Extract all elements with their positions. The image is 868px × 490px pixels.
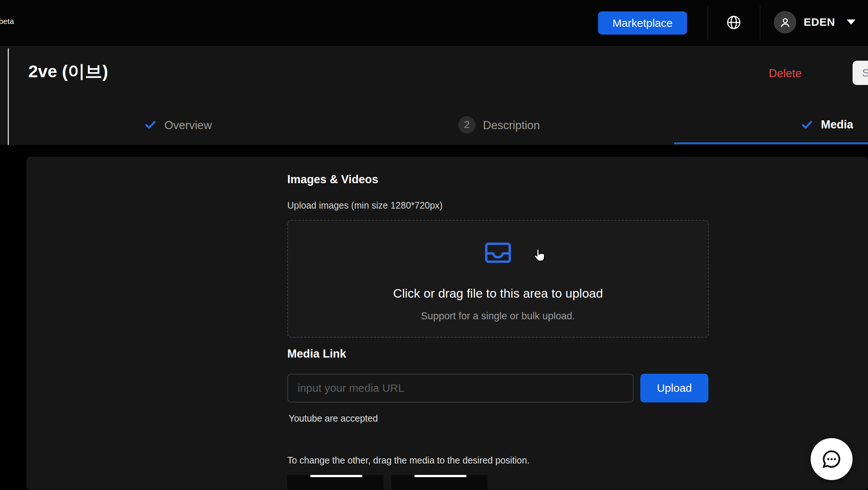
topbar-divider [760,6,760,40]
reorder-note: To change the other, drag the media to t… [287,455,530,466]
step-number-badge: 2 [458,116,476,134]
content-area: Images & Videos Upload images (min size … [0,145,868,490]
check-icon [800,118,814,131]
tab-description[interactable]: Description [483,119,540,132]
thumbnail-bar [310,475,362,477]
media-url-input[interactable] [287,374,634,402]
top-navigation-bar: beta Marketplace EDEN [0,0,868,46]
media-thumbnail[interactable] [287,475,384,490]
active-tab-underline [674,142,868,144]
page: beta Marketplace EDEN 2ve (이브) Delete S [0,0,868,490]
page-title: 2ve (이브) [28,60,108,83]
tab-media[interactable]: Media [821,118,853,131]
chat-widget-button[interactable] [811,438,853,480]
media-link-heading: Media Link [287,347,346,361]
inbox-icon [481,236,515,269]
marketplace-button[interactable]: Marketplace [598,11,687,35]
media-thumbnail[interactable] [391,475,488,490]
upload-size-hint: Upload images (min size 1280*720px) [287,200,442,211]
user-avatar[interactable] [774,11,796,33]
language-globe-icon[interactable] [726,14,742,31]
dropzone-title: Click or drag file to this area to uploa… [288,286,708,301]
images-videos-heading: Images & Videos [287,173,378,186]
youtube-note: Youtube are accepted [289,413,378,424]
chat-icon [821,448,843,470]
logo-beta-text: beta [0,17,14,26]
topbar-divider [708,6,708,40]
caret-down-icon[interactable] [847,19,855,25]
check-icon [144,118,157,131]
user-name: EDEN [804,16,835,28]
file-dropzone[interactable]: Click or drag file to this area to uploa… [287,220,709,338]
dropzone-subtitle: Support for a single or bulk upload. [288,310,708,322]
tab-overview[interactable]: Overview [164,119,212,132]
delete-button[interactable]: Delete [769,67,802,80]
upload-button[interactable]: Upload [640,374,708,402]
media-card: Images & Videos Upload images (min size … [26,157,868,490]
save-button[interactable]: S [853,61,868,85]
page-header: 2ve (이브) Delete S Overview 2 Description… [0,46,868,145]
cursor-pointer-icon [531,247,548,263]
user-icon [778,15,792,29]
thumbnail-bar [415,475,466,477]
